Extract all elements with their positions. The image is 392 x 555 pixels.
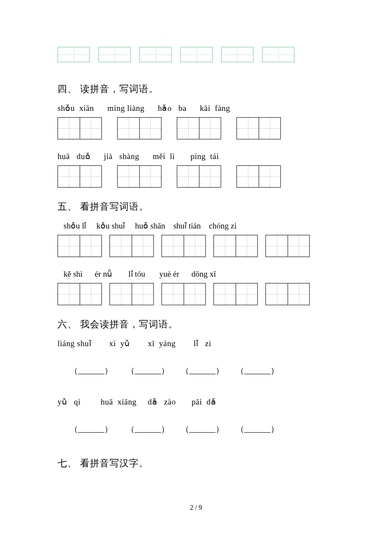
tianzige-box [139, 47, 172, 62]
tianzige-box [98, 47, 131, 62]
section-4-row2-boxes [58, 165, 334, 188]
section-5-row1-pinyin: shǒu lǐ kǒu shuǐ huǒ shān shuǐ tián chón… [63, 221, 334, 231]
section-6-row1-answers: （） （） （） （） [58, 356, 334, 386]
answer-blank [78, 368, 104, 374]
answer-box [161, 283, 206, 305]
answer-box [117, 165, 161, 188]
answer-box [58, 165, 102, 188]
section-4-row1-boxes [58, 117, 334, 139]
section-5: 五、 看拼音写词语。 shǒu lǐ kǒu shuǐ huǒ shān shu… [58, 200, 334, 305]
section-4-row1-pinyin: shǒu xiān míng liàng hǎo ba kāi fàng [58, 103, 334, 113]
section-6-row2-answers: （） （） （） （） [58, 414, 334, 444]
section-6-heading: 六、 我会读拼音，写词语。 [58, 318, 334, 331]
answer-box [236, 165, 281, 188]
tianzige-box [262, 47, 294, 62]
answer-box [117, 117, 161, 139]
answer-box [161, 235, 206, 257]
section-4-row2-pinyin: huā duǒ jià shàng měi lì píng tái [58, 151, 334, 161]
section-4: 四、 读拼音，写词语。 shǒu xiān míng liàng hǎo ba … [58, 83, 334, 188]
answer-blank [244, 368, 271, 374]
section-7: 七、 看拼音写汉字。 [58, 457, 334, 470]
answer-box [177, 117, 221, 139]
section-7-heading: 七、 看拼音写汉字。 [58, 457, 334, 470]
section-6-row2-pinyin: yǔ qì huā xiāng dǎ zào pāi dǎ [58, 397, 334, 407]
page-number: 2 / 9 [58, 504, 334, 512]
section-5-row1-boxes [58, 235, 334, 257]
answer-box [177, 165, 221, 188]
section-6-row1-pinyin: liáng shuǐ xì yǔ xī yáng lǐ zi [58, 338, 334, 348]
tianzige-box [58, 47, 90, 62]
answer-box [265, 283, 310, 305]
section-5-row2-pinyin: kě shì ér nǚ lǐ tóu yuè ér dōng xī [63, 269, 334, 279]
section-5-row2-boxes [58, 283, 334, 305]
answer-box [58, 235, 102, 257]
top-green-box-row [58, 47, 334, 62]
tianzige-box [180, 47, 213, 62]
section-5-heading: 五、 看拼音写词语。 [58, 200, 334, 213]
answer-box [110, 283, 154, 305]
answer-blank [78, 427, 104, 433]
answer-blank [189, 368, 216, 374]
answer-blank [189, 427, 216, 433]
answer-blank [135, 427, 161, 433]
tianzige-box [221, 47, 254, 62]
answer-box [213, 235, 258, 257]
answer-box [265, 235, 310, 257]
answer-blank [135, 368, 161, 374]
answer-box [213, 283, 258, 305]
answer-box [58, 117, 102, 139]
answer-box [110, 235, 154, 257]
answer-box [58, 283, 102, 305]
answer-blank [244, 427, 271, 433]
section-6: 六、 我会读拼音，写词语。 liáng shuǐ xì yǔ xī yáng l… [58, 318, 334, 444]
section-4-heading: 四、 读拼音，写词语。 [58, 83, 334, 95]
answer-box [236, 117, 281, 139]
